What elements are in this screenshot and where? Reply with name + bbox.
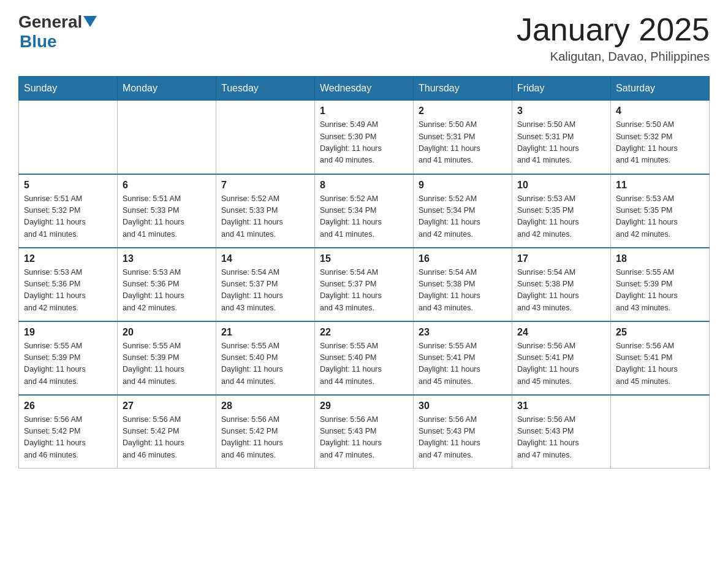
calendar-cell: 30Sunrise: 5:56 AM Sunset: 5:43 PM Dayli… — [414, 395, 512, 469]
calendar-cell: 3Sunrise: 5:50 AM Sunset: 5:31 PM Daylig… — [512, 101, 611, 174]
day-number: 13 — [123, 253, 211, 264]
day-info: Sunrise: 5:55 AM Sunset: 5:40 PM Dayligh… — [320, 340, 408, 388]
day-info: Sunrise: 5:56 AM Sunset: 5:42 PM Dayligh… — [24, 414, 112, 462]
col-thursday: Thursday — [414, 77, 512, 101]
title-section: January 2025 Kaligutan, Davao, Philippin… — [517, 12, 710, 64]
logo-triangle-icon — [83, 16, 97, 29]
day-number: 2 — [419, 105, 507, 117]
col-tuesday: Tuesday — [216, 77, 315, 101]
day-number: 20 — [123, 327, 211, 338]
day-number: 6 — [123, 180, 211, 191]
day-number: 15 — [320, 253, 408, 264]
day-info: Sunrise: 5:54 AM Sunset: 5:38 PM Dayligh… — [517, 267, 605, 315]
calendar-cell: 24Sunrise: 5:56 AM Sunset: 5:41 PM Dayli… — [512, 321, 611, 395]
day-number: 7 — [221, 180, 309, 191]
day-info: Sunrise: 5:55 AM Sunset: 5:41 PM Dayligh… — [419, 340, 507, 388]
calendar-cell: 14Sunrise: 5:54 AM Sunset: 5:37 PM Dayli… — [216, 248, 315, 321]
day-info: Sunrise: 5:52 AM Sunset: 5:34 PM Dayligh… — [320, 193, 408, 241]
day-info: Sunrise: 5:55 AM Sunset: 5:39 PM Dayligh… — [616, 267, 704, 315]
calendar-cell: 4Sunrise: 5:50 AM Sunset: 5:32 PM Daylig… — [611, 101, 710, 174]
calendar-cell — [216, 101, 315, 174]
day-info: Sunrise: 5:56 AM Sunset: 5:43 PM Dayligh… — [320, 414, 408, 462]
day-number: 19 — [24, 327, 112, 338]
day-info: Sunrise: 5:55 AM Sunset: 5:39 PM Dayligh… — [123, 340, 211, 388]
calendar-cell: 22Sunrise: 5:55 AM Sunset: 5:40 PM Dayli… — [315, 321, 414, 395]
calendar-cell: 31Sunrise: 5:56 AM Sunset: 5:43 PM Dayli… — [512, 395, 611, 469]
day-info: Sunrise: 5:51 AM Sunset: 5:32 PM Dayligh… — [24, 193, 112, 241]
day-number: 5 — [24, 180, 112, 191]
month-title: January 2025 — [517, 12, 710, 47]
calendar-cell: 27Sunrise: 5:56 AM Sunset: 5:42 PM Dayli… — [118, 395, 216, 469]
calendar-cell: 11Sunrise: 5:53 AM Sunset: 5:35 PM Dayli… — [611, 174, 710, 248]
day-info: Sunrise: 5:56 AM Sunset: 5:43 PM Dayligh… — [419, 414, 507, 462]
calendar-cell: 8Sunrise: 5:52 AM Sunset: 5:34 PM Daylig… — [315, 174, 414, 248]
day-number: 18 — [616, 253, 704, 264]
calendar-cell — [118, 101, 216, 174]
day-number: 22 — [320, 327, 408, 338]
calendar-cell: 9Sunrise: 5:52 AM Sunset: 5:34 PM Daylig… — [414, 174, 512, 248]
day-number: 8 — [320, 180, 408, 191]
day-info: Sunrise: 5:56 AM Sunset: 5:41 PM Dayligh… — [517, 340, 605, 388]
day-number: 27 — [123, 400, 211, 412]
day-info: Sunrise: 5:53 AM Sunset: 5:36 PM Dayligh… — [123, 267, 211, 315]
day-info: Sunrise: 5:56 AM Sunset: 5:41 PM Dayligh… — [616, 340, 704, 388]
day-number: 26 — [24, 400, 112, 412]
day-number: 31 — [517, 400, 605, 412]
location: Kaligutan, Davao, Philippines — [517, 50, 710, 64]
calendar-week-row: 12Sunrise: 5:53 AM Sunset: 5:36 PM Dayli… — [19, 248, 710, 321]
day-number: 28 — [221, 400, 309, 412]
calendar-week-row: 5Sunrise: 5:51 AM Sunset: 5:32 PM Daylig… — [19, 174, 710, 248]
day-info: Sunrise: 5:52 AM Sunset: 5:33 PM Dayligh… — [221, 193, 309, 241]
day-number: 12 — [24, 253, 112, 264]
calendar-cell: 19Sunrise: 5:55 AM Sunset: 5:39 PM Dayli… — [19, 321, 118, 395]
day-info: Sunrise: 5:53 AM Sunset: 5:36 PM Dayligh… — [24, 267, 112, 315]
day-info: Sunrise: 5:50 AM Sunset: 5:32 PM Dayligh… — [616, 119, 704, 167]
day-info: Sunrise: 5:50 AM Sunset: 5:31 PM Dayligh… — [517, 119, 605, 167]
svg-marker-0 — [83, 16, 97, 27]
calendar-header-row: Sunday Monday Tuesday Wednesday Thursday… — [19, 77, 710, 101]
day-info: Sunrise: 5:50 AM Sunset: 5:31 PM Dayligh… — [419, 119, 507, 167]
col-friday: Friday — [512, 77, 611, 101]
calendar-cell: 13Sunrise: 5:53 AM Sunset: 5:36 PM Dayli… — [118, 248, 216, 321]
calendar-cell: 17Sunrise: 5:54 AM Sunset: 5:38 PM Dayli… — [512, 248, 611, 321]
calendar-cell: 12Sunrise: 5:53 AM Sunset: 5:36 PM Dayli… — [19, 248, 118, 321]
day-info: Sunrise: 5:56 AM Sunset: 5:42 PM Dayligh… — [221, 414, 309, 462]
day-info: Sunrise: 5:55 AM Sunset: 5:40 PM Dayligh… — [221, 340, 309, 388]
day-info: Sunrise: 5:54 AM Sunset: 5:38 PM Dayligh… — [419, 267, 507, 315]
col-monday: Monday — [118, 77, 216, 101]
calendar-cell: 7Sunrise: 5:52 AM Sunset: 5:33 PM Daylig… — [216, 174, 315, 248]
calendar-cell: 15Sunrise: 5:54 AM Sunset: 5:37 PM Dayli… — [315, 248, 414, 321]
calendar-cell: 20Sunrise: 5:55 AM Sunset: 5:39 PM Dayli… — [118, 321, 216, 395]
calendar-cell: 26Sunrise: 5:56 AM Sunset: 5:42 PM Dayli… — [19, 395, 118, 469]
logo-general-text: General — [18, 12, 82, 32]
day-info: Sunrise: 5:56 AM Sunset: 5:43 PM Dayligh… — [517, 414, 605, 462]
calendar-cell — [611, 395, 710, 469]
calendar-cell: 18Sunrise: 5:55 AM Sunset: 5:39 PM Dayli… — [611, 248, 710, 321]
day-number: 25 — [616, 327, 704, 338]
calendar-cell: 29Sunrise: 5:56 AM Sunset: 5:43 PM Dayli… — [315, 395, 414, 469]
day-number: 9 — [419, 180, 507, 191]
calendar-cell: 28Sunrise: 5:56 AM Sunset: 5:42 PM Dayli… — [216, 395, 315, 469]
col-sunday: Sunday — [19, 77, 118, 101]
calendar-week-row: 1Sunrise: 5:49 AM Sunset: 5:30 PM Daylig… — [19, 101, 710, 174]
day-info: Sunrise: 5:52 AM Sunset: 5:34 PM Dayligh… — [419, 193, 507, 241]
day-number: 4 — [616, 105, 704, 117]
day-number: 16 — [419, 253, 507, 264]
day-number: 30 — [419, 400, 507, 412]
day-number: 10 — [517, 180, 605, 191]
day-number: 21 — [221, 327, 309, 338]
calendar-cell: 25Sunrise: 5:56 AM Sunset: 5:41 PM Dayli… — [611, 321, 710, 395]
day-number: 29 — [320, 400, 408, 412]
calendar-week-row: 19Sunrise: 5:55 AM Sunset: 5:39 PM Dayli… — [19, 321, 710, 395]
day-info: Sunrise: 5:53 AM Sunset: 5:35 PM Dayligh… — [517, 193, 605, 241]
day-number: 11 — [616, 180, 704, 191]
day-info: Sunrise: 5:55 AM Sunset: 5:39 PM Dayligh… — [24, 340, 112, 388]
page-header: General Blue January 2025 Kaligutan, Dav… — [18, 12, 710, 64]
col-wednesday: Wednesday — [315, 77, 414, 101]
logo-blue-text: Blue — [20, 32, 57, 51]
calendar-cell: 23Sunrise: 5:55 AM Sunset: 5:41 PM Dayli… — [414, 321, 512, 395]
day-number: 14 — [221, 253, 309, 264]
logo: General Blue — [18, 12, 97, 52]
col-saturday: Saturday — [611, 77, 710, 101]
calendar-cell — [19, 101, 118, 174]
